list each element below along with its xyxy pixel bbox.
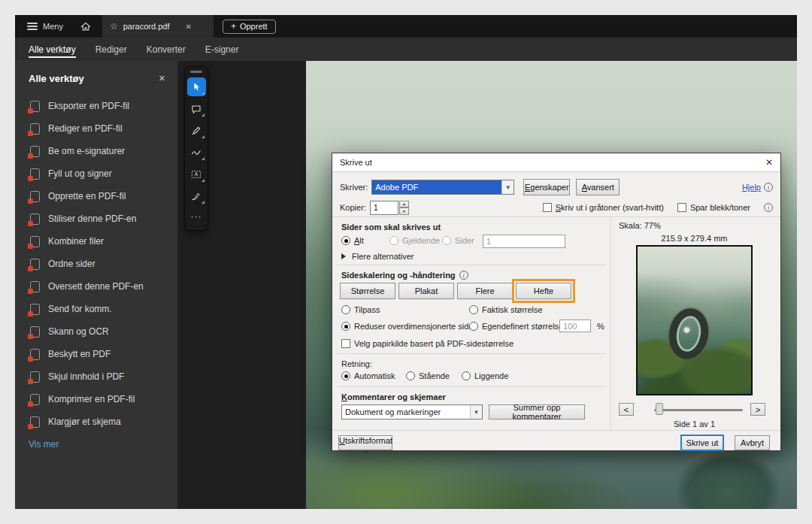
grayscale-label: Skriv ut i gråtoner (svart-hvitt) (556, 203, 664, 212)
next-page-button[interactable]: > (750, 403, 765, 416)
sidebar-item-klargjor-skjema[interactable]: Klargjør et skjema (15, 410, 177, 433)
sign-tool-icon[interactable] (187, 186, 206, 205)
draw-tool-icon[interactable] (187, 143, 206, 162)
page-range-input[interactable]: 1 (483, 235, 565, 248)
menu-button[interactable]: Meny (15, 15, 72, 38)
radio-icon[interactable] (442, 236, 451, 245)
sidebar-item-ordne-sider[interactable]: Ordne sider (15, 253, 177, 275)
help-link[interactable]: Hjelp (742, 183, 761, 192)
radio-fit[interactable]: Tilpass (341, 305, 380, 314)
chevron-down-icon[interactable]: ▼ (470, 405, 482, 419)
sidebar-item-be-om-esignaturer[interactable]: Be om e-signaturer (15, 140, 177, 162)
radio-icon[interactable] (341, 236, 350, 245)
highlight-tool-icon[interactable] (187, 121, 206, 140)
copies-input[interactable]: 1 (370, 201, 398, 215)
sidebar-item-komprimer-pdf[interactable]: Komprimer en PDF-fil (15, 388, 177, 410)
size-button[interactable]: Størrelse (340, 283, 395, 299)
add-comment-tool-icon[interactable] (187, 99, 206, 118)
toolbar-drag-handle[interactable] (190, 71, 202, 73)
sidebar-item-eksporter-pdf[interactable]: Eksporter en PDF-fil (15, 95, 177, 117)
scan-ocr-icon (30, 326, 40, 338)
paper-source-checkbox[interactable] (341, 339, 350, 348)
help-info-icon[interactable]: i (764, 183, 773, 192)
properties-button[interactable]: Egenskaper (523, 179, 570, 195)
radio-custom-scale[interactable]: Egendefinert størrelse: (469, 322, 565, 331)
stepper-up-icon[interactable]: ▲ (399, 201, 409, 208)
star-icon[interactable]: ☆ (110, 21, 118, 32)
radio-current-page[interactable]: Gjeldende (389, 236, 440, 245)
panel-close-icon[interactable]: ✕ (159, 74, 165, 83)
radio-icon[interactable] (341, 305, 350, 314)
home-button[interactable] (72, 15, 99, 38)
tool-label: Ordne sider (48, 259, 95, 269)
divider (337, 386, 606, 387)
sidebar-item-opprette-pdf[interactable]: Opprette en PDF-fil (15, 185, 177, 207)
dialog-close-icon[interactable]: ✕ (765, 157, 773, 168)
radio-icon[interactable] (406, 371, 415, 380)
more-tools-icon[interactable]: ··· (187, 208, 206, 227)
radio-page-range[interactable]: Sider (442, 236, 474, 245)
sidebar-item-beskytt-pdf[interactable]: Beskytt en PDF (15, 343, 177, 365)
page-slider-track[interactable] (654, 409, 743, 411)
sidebar-item-kombiner-filer[interactable]: Kombiner filer (15, 230, 177, 253)
comments-select[interactable]: Dokument og markeringer ▼ (341, 404, 483, 420)
sidebar-item-fyll-ut-og-signer[interactable]: Fyll ut og signer (15, 162, 177, 185)
grayscale-checkbox[interactable] (543, 203, 552, 212)
custom-scale-input[interactable]: 100 (559, 320, 591, 332)
previous-page-button[interactable]: < (619, 403, 634, 416)
tab-close-icon[interactable]: ✕ (185, 23, 191, 31)
page-info: Side 1 av 1 (636, 420, 753, 429)
radio-icon[interactable] (389, 236, 398, 245)
select-tool-icon[interactable] (187, 77, 206, 96)
grayscale-checkbox-row[interactable]: Skriv ut i gråtoner (svart-hvitt) (543, 203, 664, 212)
radio-portrait[interactable]: Stående (406, 371, 450, 380)
paper-source-checkbox-row[interactable]: Velg papirkilde basert på PDF-sidestørre… (341, 339, 514, 348)
poster-button[interactable]: Plakat (398, 283, 454, 299)
sidebar-item-skjul-innhold[interactable]: Skjul innhold i PDF (15, 365, 177, 388)
sidebar-item-rediger-pdf[interactable]: Rediger en PDF-fil (15, 117, 177, 140)
copies-stepper[interactable]: ▲▼ (399, 201, 409, 215)
divider (332, 430, 780, 431)
document-tab[interactable]: ☆ paracord.pdf ✕ (102, 15, 214, 38)
radio-icon[interactable] (341, 322, 350, 331)
sidebar-item-stiliser-pdf[interactable]: Stiliser denne PDF-en (15, 207, 177, 230)
sidebar-item-oversett-pdf[interactable]: Oversett denne PDF-en (15, 275, 177, 298)
radio-icon[interactable] (341, 371, 350, 380)
radio-shrink-oversized[interactable]: Reduser overdimensjonerte sider (341, 322, 476, 331)
radio-auto-orientation[interactable]: Automatisk (341, 371, 395, 380)
advanced-button[interactable]: Avansert (576, 179, 620, 195)
tab-e-signer[interactable]: E-signer (205, 38, 239, 61)
add-text-tool-icon[interactable]: A (187, 165, 206, 183)
tab-alle-verktoy[interactable]: Alle verktøy (29, 38, 76, 61)
radio-icon[interactable] (469, 322, 478, 331)
cancel-button[interactable]: Avbryt (735, 435, 770, 450)
multiple-button[interactable]: Flere (457, 283, 513, 299)
summarize-comments-button[interactable]: Summer opp kommentarer (489, 404, 585, 420)
radio-actual-size[interactable]: Faktisk størrelse (469, 305, 543, 314)
tool-label: Rediger en PDF-fil (48, 123, 123, 134)
divider (337, 265, 606, 265)
create-button[interactable]: + Opprett (223, 20, 276, 34)
printer-select[interactable]: Adobe PDF ▼ (371, 180, 514, 195)
page-setup-button[interactable]: Utskriftsformat ... (338, 435, 392, 450)
save-ink-checkbox-row[interactable]: Spar blekk/toner (677, 203, 750, 212)
radio-all-pages[interactable]: Alt (341, 236, 364, 245)
booklet-button[interactable]: Hefte (516, 283, 571, 299)
radio-current-label: Gjeldende (402, 236, 440, 245)
tab-rediger[interactable]: Rediger (95, 38, 127, 61)
radio-landscape[interactable]: Liggende (462, 371, 508, 380)
sidebar-item-skann-og-ocr[interactable]: Skann og OCR (15, 320, 177, 343)
show-more-link[interactable]: Vis mer (15, 439, 59, 450)
ink-info-icon[interactable]: i (764, 203, 773, 212)
print-button[interactable]: Skrive ut (681, 435, 723, 450)
chevron-down-icon[interactable]: ▼ (501, 180, 514, 194)
save-ink-checkbox[interactable] (677, 203, 686, 212)
tab-konverter[interactable]: Konverter (147, 38, 186, 61)
more-options-expander[interactable]: Flere alternativer (341, 252, 414, 261)
sidebar-item-send-for-komm[interactable]: Send for komm. (15, 298, 177, 320)
tool-label: Be om e-signaturer (48, 146, 125, 156)
radio-icon[interactable] (462, 371, 471, 380)
stepper-down-icon[interactable]: ▼ (399, 207, 409, 215)
radio-icon[interactable] (469, 305, 478, 314)
page-slider-thumb[interactable] (656, 403, 663, 415)
